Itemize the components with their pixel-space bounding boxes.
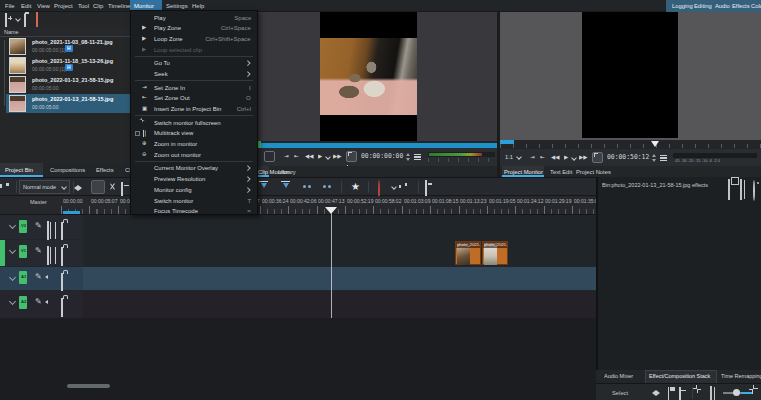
menu-tool[interactable]: Tool bbox=[78, 3, 89, 9]
menu-monitor[interactable]: Monitor bbox=[134, 3, 154, 9]
track-a1[interactable]: A1 ✎ bbox=[0, 267, 596, 290]
monitor-zoom-level[interactable]: 1:1 bbox=[505, 154, 513, 160]
tab-compositions[interactable]: Compositions bbox=[50, 167, 85, 173]
add-clip-dropdown-icon[interactable] bbox=[15, 16, 21, 22]
zone-frame-icon[interactable] bbox=[264, 151, 275, 162]
menu-item-focus-timecode[interactable]: Focus Timecode= bbox=[131, 206, 257, 217]
menu-item-zoom-in-monitor[interactable]: ⊕ Zoom in monitor bbox=[131, 139, 257, 150]
monitor-menu-icon[interactable] bbox=[660, 155, 667, 161]
track-tag[interactable]: V1 bbox=[19, 245, 27, 258]
menu-item-seek[interactable]: Seek bbox=[131, 68, 257, 79]
menu-item-switch-fullscreen[interactable]: Switch monitor fullscreen bbox=[131, 117, 257, 128]
timecode-spinner[interactable] bbox=[405, 152, 411, 162]
tab-library[interactable]: Library bbox=[278, 169, 296, 175]
track-a1-body[interactable] bbox=[83, 267, 596, 290]
loop-zone-icon[interactable] bbox=[346, 151, 357, 162]
menu-file[interactable]: File bbox=[5, 3, 15, 9]
zoom-dropdown-icon[interactable] bbox=[516, 154, 522, 160]
group-effect-icon[interactable] bbox=[740, 182, 742, 198]
menu-item-go-to[interactable]: Go To bbox=[131, 58, 257, 69]
set-zone-out-icon[interactable]: ⇤ bbox=[294, 154, 299, 160]
timeline-hscrollbar[interactable] bbox=[67, 384, 110, 388]
track-tag[interactable]: A2 bbox=[19, 296, 27, 309]
menu-item-insert-zone-bin[interactable]: ▣ Insert Zone in Project BinCtrl+I bbox=[131, 104, 257, 115]
workspace-audio[interactable]: Audio bbox=[715, 3, 730, 9]
timeline-ruler[interactable]: Master 00:00:00 00:00:05:07 00:00:10:14 … bbox=[0, 196, 596, 215]
menu-item-play[interactable]: PlaySpace bbox=[131, 12, 257, 23]
edit-track-icon[interactable]: ✎ bbox=[35, 247, 42, 255]
menu-item-zoom-out-monitor[interactable]: ⊖ Zoom out monitor bbox=[131, 149, 257, 160]
workspace-effects[interactable]: Effects bbox=[732, 3, 750, 9]
loop-zone-icon[interactable] bbox=[592, 152, 603, 163]
zoom-slider-handle[interactable] bbox=[733, 389, 740, 396]
project-monitor-timecode[interactable]: 00:00:50:12 bbox=[607, 154, 649, 160]
set-zone-out-icon[interactable]: ⇤ bbox=[540, 155, 545, 161]
record-dropdown-icon[interactable] bbox=[391, 184, 397, 190]
menu-item-loop-zone[interactable]: ▶ Loop ZoneCtrl+Shift+Space bbox=[131, 33, 257, 44]
project-monitor-ruler[interactable] bbox=[500, 140, 761, 149]
lock-track-icon[interactable] bbox=[61, 223, 63, 241]
menu-project[interactable]: Project bbox=[54, 3, 73, 9]
copy-effect-icon[interactable] bbox=[728, 182, 730, 198]
menu-edit[interactable]: Edit bbox=[21, 3, 31, 9]
set-zone-in-icon[interactable]: ⇥ bbox=[284, 154, 289, 160]
timeline-clip[interactable]: photo_2021-11-18_15-13-26.jpg bbox=[482, 241, 508, 265]
track-a2[interactable]: A2 ✎ bbox=[0, 291, 596, 318]
collapse-icon[interactable] bbox=[9, 274, 16, 281]
track-v1[interactable]: V1 ✎ photo_2021-11-03_08-11-21.jpg photo… bbox=[0, 240, 596, 266]
workspace-editing[interactable]: Editing bbox=[694, 3, 712, 9]
workspace-color[interactable]: Color bbox=[751, 3, 761, 9]
tab-time-remapping[interactable]: Time Remapping bbox=[721, 374, 761, 380]
monitor-menu-icon[interactable] bbox=[414, 154, 421, 160]
show-effect-icon[interactable] bbox=[753, 183, 755, 199]
collapse-icon[interactable] bbox=[9, 298, 16, 305]
tab-effect-stack-label[interactable]: Effect/Composition Stack bbox=[649, 374, 710, 380]
play-icon[interactable]: ▶ bbox=[318, 154, 322, 160]
timeline-clip[interactable]: photo_2021-11-03_08-11-21.jpg bbox=[455, 241, 481, 265]
track-tag[interactable]: V2 bbox=[19, 220, 27, 233]
menu-item-play-zone[interactable]: ▶ Play ZoneCtrl+Space bbox=[131, 23, 257, 34]
menu-settings[interactable]: Settings bbox=[166, 3, 188, 9]
edit-track-icon[interactable]: ✎ bbox=[35, 222, 42, 230]
tab-project-monitor-label[interactable]: Project Monitor bbox=[504, 169, 543, 175]
rewind-icon[interactable]: ◀◀ bbox=[305, 154, 313, 160]
playhead-handle[interactable] bbox=[325, 207, 337, 214]
clip-monitor-timecode[interactable]: 00:00:00:00 bbox=[361, 153, 403, 159]
tab-text-edit[interactable]: Text Edit bbox=[550, 169, 572, 175]
menu-item-multitrack-view[interactable]: Multitrack view bbox=[131, 128, 257, 139]
lock-track-icon[interactable] bbox=[61, 248, 63, 266]
track-a2-body[interactable] bbox=[83, 291, 596, 318]
tab-project-bin-label[interactable]: Project Bin bbox=[5, 167, 33, 173]
menu-item-monitor-config[interactable]: Monitor config bbox=[131, 184, 257, 195]
zone-inout-icon[interactable] bbox=[679, 389, 681, 400]
hide-track-icon[interactable] bbox=[47, 222, 49, 240]
menu-item-preview-resolution[interactable]: Preview Resolution bbox=[131, 174, 257, 185]
edit-track-icon[interactable]: ✎ bbox=[35, 273, 42, 281]
edit-track-icon[interactable]: ✎ bbox=[35, 298, 42, 306]
menu-item-set-zone-in[interactable]: ⇥ Set Zone InI bbox=[131, 82, 257, 93]
play-icon[interactable]: ▶ bbox=[564, 155, 568, 161]
flag-icon[interactable] bbox=[668, 389, 669, 400]
workspace-logging[interactable]: Logging bbox=[672, 3, 693, 9]
zoom-box-icon[interactable] bbox=[710, 389, 712, 400]
lock-track-icon[interactable] bbox=[61, 299, 63, 317]
hide-track-icon[interactable] bbox=[47, 247, 49, 265]
menu-item-switch-monitor[interactable]: Switch monitorT bbox=[131, 195, 257, 206]
menu-item-set-zone-out[interactable]: ⇤ Set Zone OutO bbox=[131, 93, 257, 104]
play-dropdown-icon[interactable] bbox=[325, 154, 331, 160]
menu-help[interactable]: Help bbox=[192, 3, 204, 9]
collapse-icon[interactable] bbox=[9, 247, 16, 254]
favorite-effects-icon[interactable]: ★ bbox=[351, 182, 360, 192]
track-v1-body[interactable]: photo_2021-11-03_08-11-21.jpg photo_2021… bbox=[83, 240, 596, 266]
rewind-icon[interactable]: ◀◀ bbox=[551, 155, 559, 161]
menu-item-current-monitor-overlay[interactable]: Current Monitor Overlay bbox=[131, 163, 257, 174]
track-v2[interactable]: V2 ✎ bbox=[0, 215, 596, 239]
play-dropdown-icon[interactable] bbox=[571, 155, 577, 161]
tab-effects[interactable]: Effects bbox=[96, 167, 114, 173]
project-playhead[interactable] bbox=[651, 141, 659, 147]
forward-icon[interactable]: ▶▶ bbox=[333, 154, 341, 160]
track-tag[interactable]: A1 bbox=[19, 271, 27, 284]
menu-timeline[interactable]: Timeline bbox=[108, 3, 130, 9]
edit-mode-dropdown[interactable]: Normal mode bbox=[19, 180, 70, 194]
set-zone-in-icon[interactable]: ⇥ bbox=[530, 155, 535, 161]
